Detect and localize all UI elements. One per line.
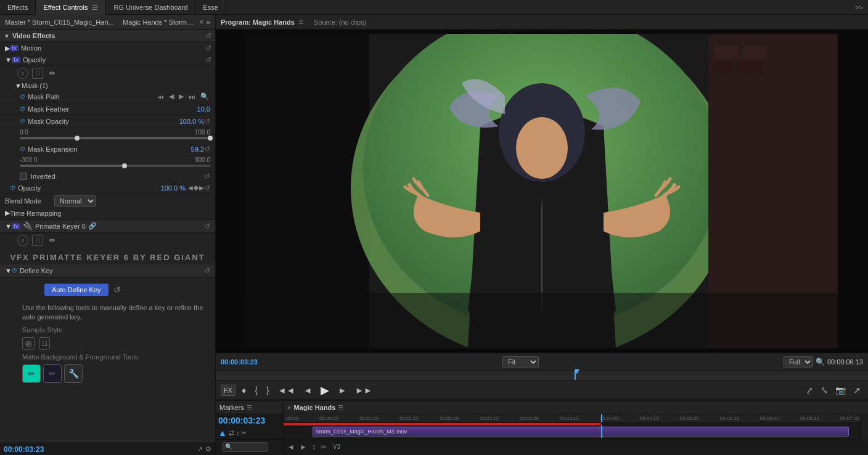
mask-path-next[interactable]: ▶ [178,92,185,100]
opacity-fx-reset[interactable]: ↺ [205,55,211,64]
mask-feather-value[interactable]: 10.0 [197,105,210,113]
auto-define-reset-icon[interactable]: ↺ [113,285,121,295]
camera-btn[interactable]: 📷 [833,384,848,396]
next-keyframe-btn[interactable]: ►► [353,384,375,396]
bottom-nav-arrow-right[interactable]: ► [298,443,308,451]
mask-opacity-value[interactable]: 100.0 % [179,118,204,125]
motion-reset[interactable]: ↺ [205,44,211,52]
fx-btn[interactable]: FX [221,385,235,396]
opacity-param-reset[interactable]: ↺ [204,184,210,192]
left-settings-icon[interactable]: ⚙ [205,445,211,453]
mask-path-first[interactable]: ⏮ [156,93,165,100]
rect-mask-btn[interactable]: □ [32,68,43,79]
mask-expansion-stopwatch[interactable]: ⏱ [20,146,25,152]
timeline-scrubber[interactable] [216,370,868,380]
opacity-diamond[interactable] [194,185,199,190]
bottom-nav-resize[interactable]: ↕ [311,443,317,451]
timeline-nav-pointer[interactable]: ▲ [218,428,227,438]
auto-define-key-button[interactable]: Auto Define Key [44,284,108,296]
tab-effects[interactable]: Effects [0,0,36,15]
pen-mask-btn[interactable]: ✏ [47,68,58,79]
primatte-link-icon[interactable]: 🔗 [88,222,97,230]
mask-expansion-slider[interactable] [20,165,210,167]
bottom-nav-cut[interactable]: ✂ [319,443,328,451]
magic-hands-close-icon[interactable]: × [287,404,291,411]
primatte-reset[interactable]: ↺ [204,222,210,231]
mask-expansion-reset[interactable]: ↺ [204,145,210,154]
video-effects-reset[interactable]: ↺ [205,31,211,40]
mask-expansion-thumb[interactable] [122,163,127,168]
close-icon[interactable]: × [199,17,204,27]
tab-effect-controls[interactable]: Effect Controls ☰ [36,0,106,15]
mask-expansion-row: ⏱ Mask Expansion 59.2 ↺ [0,143,215,155]
tab-essential[interactable]: Esse [195,0,226,15]
tab-expand-btn[interactable]: >> [850,4,868,11]
mask-expansion-value[interactable]: 59.2 [191,146,204,153]
monitor-quality-select[interactable]: Full 1/2 1/4 1/8 [784,356,813,367]
define-key-reset[interactable]: ↺ [204,266,210,275]
timeline-nav-insert[interactable]: ↓ [236,429,240,437]
bottom-nav-arrow-left[interactable]: ◄ [286,443,296,451]
search-input[interactable] [234,443,265,450]
next-frame-btn[interactable]: ► [335,384,349,396]
loop-in-btn[interactable]: ⤤ [803,384,816,396]
mask-path-prev[interactable]: ◀ [168,92,175,100]
primatte-pen-btn[interactable]: ✏ [47,235,58,246]
monitor-fit-select[interactable]: Fit 25% 50% 75% 100% [502,356,539,367]
color-btn-dark[interactable]: ✏ [43,364,62,383]
opacity-stopwatch[interactable]: ⏱ [10,185,15,191]
svg-rect-6 [742,46,767,59]
loop-out-btn[interactable]: ⤥ [818,384,830,396]
panel-menu-icon[interactable]: ≡ [207,18,210,26]
mask-opacity-thumb-left[interactable] [75,136,80,141]
scrubber-head[interactable] [575,371,576,380]
inverted-checkbox[interactable] [20,173,27,180]
timeline-nav-ripple[interactable]: ⇄ [229,429,234,437]
color-btn-cyan[interactable]: ✏ [22,364,41,383]
blend-mode-select[interactable]: Normal Multiply Screen Overlay [54,195,96,207]
circle-mask-btn[interactable]: ○ [17,68,28,79]
mask-path-stopwatch[interactable]: ⏱ [20,94,25,100]
prev-frame-btn[interactable]: ◄ [301,384,314,396]
timeline-nav-razor[interactable]: ✂ [241,429,247,437]
effect-controls-menu-icon[interactable]: ☰ [92,0,98,15]
primatte-circle-btn[interactable]: ○ [17,235,28,246]
color-btn-tool[interactable]: 🔧 [64,364,83,383]
track-clip[interactable]: Storm_C015_Magic_Hands_MS.mov [313,427,849,437]
right-scrollbar[interactable] [861,414,868,440]
mask-path-search[interactable]: 🔍 [199,92,210,100]
monitor-menu-icon[interactable]: ☰ [298,18,304,25]
primatte-rect-btn[interactable]: □ [32,235,43,246]
prev-keyframe-btn[interactable]: ◄◄ [276,384,298,396]
mask-header[interactable]: ▼ Mask (1) [0,81,215,91]
mask-opacity-reset[interactable]: ↺ [204,117,210,126]
mask-opacity-slider[interactable] [20,137,210,139]
left-export-icon[interactable]: ↗ [197,445,203,453]
right-panel: Program: Magic Hands ☰ Source: (no clips… [216,15,868,455]
mask-opacity-label: Mask Opacity [28,118,179,125]
export-btn[interactable]: ↗ [851,384,863,396]
tab-rg-universe[interactable]: RG Universe Dashboard [106,0,195,15]
monitor-zoom-icon[interactable]: 🔍 [816,358,825,366]
sample-tool-target[interactable]: ◎ [22,337,35,350]
video-effects-header[interactable]: ▼ Video Effects ↺ [0,30,215,43]
inverted-reset[interactable]: ↺ [204,172,210,181]
sample-tool-rect[interactable]: □ [39,337,50,350]
mask-opacity-thumb-right[interactable] [208,136,213,141]
in-point-btn[interactable]: { [252,384,260,396]
clip-name-label: Storm_C015_Magic_Hands_MS.mov [316,428,407,435]
mask-opacity-stopwatch[interactable]: ⏱ [20,118,25,125]
mask-feather-stopwatch[interactable]: ⏱ [20,106,25,112]
opacity-param-value[interactable]: 100.0 % [161,184,186,192]
marker-btn[interactable]: ♦ [239,384,248,396]
magic-hands-menu-icon[interactable]: ☰ [338,404,343,411]
search-box[interactable]: 🔍 [222,442,268,452]
opacity-nav-right[interactable]: ▶ [199,184,204,191]
out-point-btn[interactable]: } [264,384,272,396]
markers-menu-icon[interactable]: ☰ [247,404,252,411]
breadcrumb: Master * Storm_C015_Magic_Han... [5,18,114,26]
opacity-nav-left[interactable]: ◀ [188,184,193,191]
play-btn[interactable]: ▶ [318,382,332,398]
define-key-stopwatch[interactable]: ⏱ [12,268,17,274]
mask-path-last[interactable]: ⏭ [187,93,197,100]
